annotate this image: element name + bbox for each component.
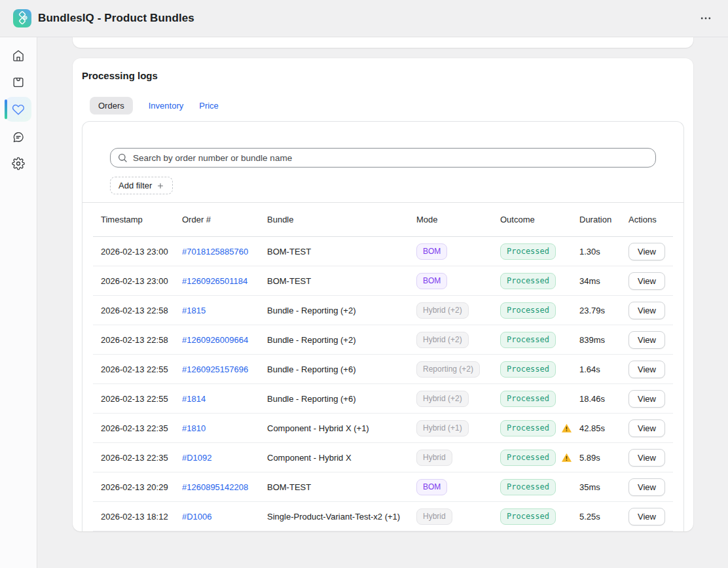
table-header-row: Timestamp Order # Bundle Mode Outcome Du…: [93, 203, 673, 237]
mode-badge: Hybrid: [416, 508, 452, 525]
outcome-badge: Processed: [500, 332, 556, 348]
outcome-badge: Processed: [500, 420, 556, 436]
add-filter-button[interactable]: Add filter: [110, 177, 173, 194]
gear-icon: [12, 157, 25, 170]
order-link[interactable]: #1814: [182, 394, 206, 404]
cell-timestamp: 2026-02-13 20:29: [93, 482, 174, 492]
cell-duration: 23.79s: [572, 306, 621, 315]
column-header-mode: Mode: [409, 215, 492, 224]
cell-timestamp: 2026-02-13 22:55: [93, 394, 174, 404]
column-header-order: Order #: [174, 215, 259, 224]
view-button[interactable]: View: [628, 331, 665, 349]
cell-timestamp: 2026-02-13 22:58: [93, 306, 174, 315]
outcome-badge: Processed: [500, 243, 556, 260]
table-row: 2026-02-13 23:00 #1260926501184 BOM-TEST…: [93, 266, 673, 296]
view-button[interactable]: View: [628, 272, 665, 290]
outcome-badge: Processed: [500, 391, 556, 407]
logs-table: Timestamp Order # Bundle Mode Outcome Du…: [82, 203, 683, 531]
table-row: 2026-02-13 22:58 #1260926009664 Bundle -…: [93, 325, 673, 355]
cell-duration: 839ms: [572, 335, 621, 345]
table-row: 2026-02-13 23:00 #7018125885760 BOM-TEST…: [93, 237, 673, 266]
column-header-actions: Actions: [621, 215, 673, 224]
cell-duration: 35ms: [572, 482, 621, 492]
order-link[interactable]: #1810: [182, 423, 206, 433]
view-button[interactable]: View: [628, 390, 665, 408]
search-filter-section: Add filter: [82, 122, 683, 202]
mode-badge: Hybrid (+1): [416, 420, 469, 436]
tab-orders[interactable]: Orders: [90, 97, 133, 115]
view-button[interactable]: View: [628, 243, 665, 260]
view-button[interactable]: View: [628, 478, 665, 496]
tab-inventory[interactable]: Inventory: [149, 101, 183, 111]
mode-badge: Hybrid (+2): [416, 391, 469, 407]
view-button[interactable]: View: [628, 508, 665, 525]
cell-duration: 18.46s: [572, 394, 621, 404]
cell-duration: 34ms: [572, 276, 621, 286]
order-link[interactable]: #1260895142208: [182, 482, 248, 492]
cell-duration: 5.89s: [572, 453, 621, 463]
cell-duration: 1.64s: [572, 364, 621, 374]
mode-badge: BOM: [416, 273, 447, 289]
logs-panel: Add filter Timestamp Order # Bundle Mode…: [82, 121, 684, 531]
table-body: 2026-02-13 23:00 #7018125885760 BOM-TEST…: [93, 237, 673, 531]
table-row: 2026-02-13 22:55 #1814 Bundle - Reportin…: [93, 384, 673, 414]
sidebar-item-bundles[interactable]: [5, 97, 31, 122]
outcome-badge: Processed: [500, 302, 556, 319]
filter-row: Add filter: [110, 177, 656, 194]
order-link[interactable]: #1815: [182, 306, 206, 315]
mode-badge: Hybrid: [416, 450, 452, 466]
top-bar: BundlesIQ - Product Bundles: [0, 0, 728, 37]
cell-bundle: BOM-TEST: [259, 247, 409, 257]
main-content: Bundle Usage Statistics 9 bundles tracke…: [37, 0, 728, 531]
sidebar-item-settings[interactable]: [5, 152, 31, 174]
cell-timestamp: 2026-02-13 22:35: [93, 423, 174, 433]
cell-timestamp: 2026-02-13 23:00: [93, 276, 174, 286]
column-header-timestamp: Timestamp: [93, 215, 174, 224]
order-link[interactable]: #D1006: [182, 512, 212, 522]
cell-bundle: Bundle - Reporting (+2): [259, 306, 409, 315]
view-button[interactable]: View: [628, 419, 665, 437]
cell-timestamp: 2026-02-13 22:58: [93, 335, 174, 345]
home-icon: [12, 49, 25, 62]
page-title: BundlesIQ - Product Bundles: [38, 12, 194, 25]
cell-bundle: Component - Hybrid X (+1): [259, 423, 409, 433]
processing-logs-card: Processing logs Orders Inventory Price A…: [73, 58, 693, 531]
search-input[interactable]: [110, 148, 656, 168]
mode-badge: Reporting (+2): [416, 361, 480, 378]
cell-bundle: Component - Hybrid X: [259, 453, 409, 463]
plus-icon: [156, 182, 164, 190]
cell-timestamp: 2026-02-13 22:35: [93, 453, 174, 463]
order-link[interactable]: #1260926501184: [182, 276, 247, 286]
mode-badge: BOM: [416, 479, 447, 495]
more-menu-button[interactable]: [697, 9, 715, 27]
warning-icon: [561, 452, 572, 463]
order-link[interactable]: #7018125885760: [182, 247, 248, 257]
sidebar-item-home[interactable]: [5, 44, 31, 66]
app-logo-icon: [13, 9, 31, 27]
logs-tabs: Orders Inventory Price: [90, 97, 684, 115]
logs-title: Processing logs: [82, 70, 684, 81]
table-row: 2026-02-13 20:29 #1260895142208 BOM-TEST…: [93, 472, 673, 502]
view-button[interactable]: View: [628, 361, 665, 378]
outcome-badge: Processed: [500, 361, 556, 378]
cell-bundle: BOM-TEST: [259, 482, 409, 492]
cell-bundle: Bundle - Reporting (+6): [259, 394, 409, 404]
outcome-badge: Processed: [500, 508, 556, 525]
sidebar-item-feedback[interactable]: [5, 126, 31, 148]
view-button[interactable]: View: [628, 302, 665, 319]
view-button[interactable]: View: [628, 449, 665, 467]
sidebar: [0, 37, 37, 568]
tab-price[interactable]: Price: [199, 101, 219, 111]
column-header-duration: Duration: [572, 215, 621, 224]
cell-timestamp: 2026-02-13 22:55: [93, 364, 174, 374]
order-link[interactable]: #D1092: [182, 453, 212, 463]
add-filter-label: Add filter: [118, 181, 152, 190]
order-link[interactable]: #1260925157696: [182, 364, 248, 374]
cell-duration: 5.25s: [572, 512, 621, 522]
cell-timestamp: 2026-02-13 18:12: [93, 512, 174, 522]
order-link[interactable]: #1260926009664: [182, 335, 248, 345]
sidebar-item-orders[interactable]: [5, 71, 31, 92]
heart-icon: [12, 103, 25, 116]
table-row: 2026-02-13 22:55 #1260925157696 Bundle -…: [93, 355, 673, 384]
orders-icon: [12, 75, 25, 88]
